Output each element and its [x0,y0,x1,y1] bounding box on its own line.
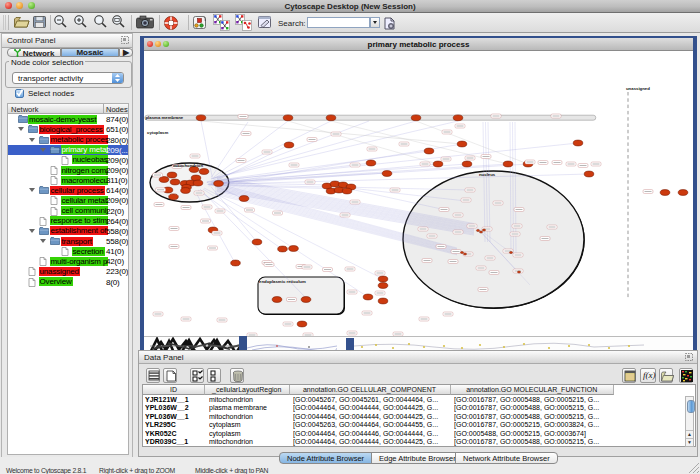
svg-text:mitochondrion: mitochondrion [173,163,203,168]
svg-text:nucleus: nucleus [479,172,496,177]
svg-text:plasma membrane: plasma membrane [146,115,184,120]
svg-text:unassigned: unassigned [626,86,650,91]
svg-text:cytoplasm: cytoplasm [147,130,168,135]
svg-text:endoplasmic reticulum: endoplasmic reticulum [259,279,306,284]
